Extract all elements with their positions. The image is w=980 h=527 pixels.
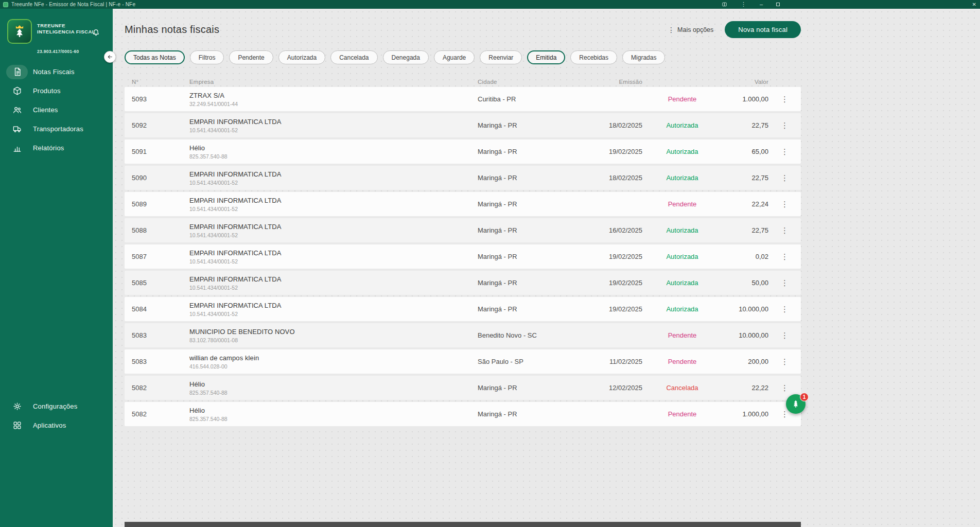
table-row[interactable]: 5093ZTRAX S/A32.249.541/0001-44Curitiba … — [125, 87, 801, 111]
filter-chip-filtros[interactable]: Filtros — [190, 50, 224, 64]
row-menu-button[interactable]: ⋮ — [777, 94, 793, 104]
package-icon — [6, 84, 28, 98]
invoice-value: 65,00 — [722, 148, 768, 155]
row-menu-button[interactable]: ⋮ — [777, 383, 793, 393]
table-row[interactable]: 5082Hélio825.357.540-88Maringá - PRPende… — [125, 402, 801, 426]
invoice-status: Autorizada — [642, 279, 722, 287]
row-menu-button[interactable]: ⋮ — [777, 357, 793, 366]
invoice-status: Autorizada — [642, 305, 722, 313]
filter-chip-cancelada[interactable]: Cancelada — [330, 50, 377, 64]
table-row[interactable]: 5085EMPARI INFORMATICA LTDA10.541.434/00… — [125, 271, 801, 295]
table-row[interactable]: 5089EMPARI INFORMATICA LTDA10.541.434/00… — [125, 192, 801, 216]
row-actions-cell: ⋮ — [768, 278, 801, 288]
row-menu-button[interactable]: ⋮ — [777, 304, 793, 314]
invoice-status: Autorizada — [642, 253, 722, 260]
invoice-number: 5083 — [125, 331, 189, 339]
table-row[interactable]: 5088EMPARI INFORMATICA LTDA10.541.434/00… — [125, 218, 801, 242]
row-actions-cell: ⋮ — [768, 199, 801, 209]
invoice-number: 5093 — [125, 95, 189, 103]
filter-chip-denegada[interactable]: Denegada — [383, 50, 429, 64]
company-cell: Hélio825.357.540-88 — [189, 144, 478, 160]
invoice-number: 5092 — [125, 121, 189, 129]
table-row[interactable]: 5090EMPARI INFORMATICA LTDA10.541.434/00… — [125, 166, 801, 190]
minimize-button[interactable]: – — [760, 2, 763, 7]
row-menu-button[interactable]: ⋮ — [777, 225, 793, 235]
row-menu-button[interactable]: ⋮ — [777, 199, 793, 209]
table-row[interactable]: 5083MUNICIPIO DE BENEDITO NOVO83.102.780… — [125, 323, 801, 347]
more-options-button[interactable]: ⋮ Mais opções — [668, 26, 713, 34]
sidebar-collapse-button[interactable] — [104, 51, 116, 63]
filter-chip-aguarde[interactable]: Aguarde — [434, 50, 475, 64]
sidebar-footer-nav: ConfiguraçõesAplicativos — [0, 397, 113, 435]
company-document: 10.541.434/0001-52 — [189, 285, 478, 291]
table-row[interactable]: 5083willian de campos klein416.544.028-0… — [125, 349, 801, 374]
chat-unread-badge: 1 — [800, 393, 809, 401]
invoice-value: 10.000,00 — [722, 305, 768, 313]
row-menu-button[interactable]: ⋮ — [777, 330, 793, 340]
apps-icon — [6, 418, 28, 433]
column-header-actions — [768, 79, 801, 85]
sidebar-item-label: Notas Fiscais — [33, 68, 75, 76]
invoice-number: 5091 — [125, 148, 189, 155]
invoice-city: Maringá - PR — [478, 226, 593, 234]
bottom-bar — [125, 522, 801, 527]
treeunfe-logo — [7, 19, 32, 44]
company-name: MUNICIPIO DE BENEDITO NOVO — [189, 328, 478, 336]
filter-chip-pendente[interactable]: Pendente — [229, 50, 273, 64]
invoice-value: 22,75 — [722, 226, 768, 234]
new-invoice-button[interactable]: Nova nota fiscal — [725, 21, 801, 38]
table-header: N° Empresa Cidade Emissão Valor — [125, 79, 801, 85]
table-row[interactable]: 5082Hélio825.357.540-88Maringá - PR12/02… — [125, 376, 801, 400]
row-menu-button[interactable]: ⋮ — [777, 147, 793, 156]
filter-chip-emitida[interactable]: Emitida — [527, 50, 565, 64]
invoice-emission-date: 16/02/2025 — [593, 226, 642, 234]
company-document: 10.541.434/0001-52 — [189, 311, 478, 317]
invoice-value: 200,00 — [722, 358, 768, 365]
invoice-status: Pendente — [642, 410, 722, 418]
close-button[interactable]: ✕ — [972, 0, 976, 9]
filter-chip-bar: Todas as NotasFiltrosPendenteAutorizadaC… — [125, 50, 801, 64]
column-header-number: N° — [125, 79, 189, 85]
company-cell: EMPARI INFORMATICA LTDA10.541.434/0001-5… — [189, 197, 478, 212]
row-actions-cell: ⋮ — [768, 330, 801, 340]
sidebar-item-configuracoes[interactable]: Configurações — [0, 397, 113, 416]
titlebar-menu-icon[interactable]: ⋮ — [741, 2, 746, 7]
sidebar-item-relatorios[interactable]: Relatórios — [0, 138, 113, 157]
invoice-city: Benedito Novo - SC — [478, 331, 593, 339]
sidebar-item-transportadoras[interactable]: Transportadoras — [0, 119, 113, 138]
sidebar-item-produtos[interactable]: Produtos — [0, 81, 113, 100]
row-menu-button[interactable]: ⋮ — [777, 278, 793, 288]
filter-chip-autorizada[interactable]: Autorizada — [278, 50, 325, 64]
row-menu-button[interactable]: ⋮ — [777, 252, 793, 261]
filter-chip-reenviar[interactable]: Reenviar — [480, 50, 522, 64]
page-header: Minhas notas fiscais ⋮ Mais opções Nova … — [125, 21, 801, 38]
chat-fab-button[interactable]: 1 — [786, 394, 806, 414]
split-view-icon[interactable] — [722, 2, 727, 7]
filter-chip-todas-as-notas[interactable]: Todas as Notas — [125, 50, 185, 64]
notifications-bell-icon[interactable] — [92, 28, 100, 39]
sidebar-item-notas-fiscais[interactable]: Notas Fiscais — [0, 62, 113, 81]
content-panel: Minhas notas fiscais ⋮ Mais opções Nova … — [125, 9, 801, 428]
invoice-city: Maringá - PR — [478, 253, 593, 260]
main-area: Minhas notas fiscais ⋮ Mais opções Nova … — [113, 9, 980, 527]
sidebar-item-clientes[interactable]: Clientes — [0, 100, 113, 119]
company-name: Hélio — [189, 380, 478, 388]
table-row[interactable]: 5084EMPARI INFORMATICA LTDA10.541.434/00… — [125, 297, 801, 321]
maximize-button[interactable] — [776, 3, 780, 6]
table-row[interactable]: 5087EMPARI INFORMATICA LTDA10.541.434/00… — [125, 244, 801, 269]
invoice-status: Autorizada — [642, 174, 722, 182]
row-menu-button[interactable]: ⋮ — [777, 120, 793, 130]
sidebar-item-label: Configurações — [33, 402, 77, 410]
invoice-city: Maringá - PR — [478, 121, 593, 129]
company-cell: Hélio825.357.540-88 — [189, 380, 478, 396]
filter-chip-recebidas[interactable]: Recebidas — [570, 50, 617, 64]
table-row[interactable]: 5091Hélio825.357.540-88Maringá - PR19/02… — [125, 139, 801, 164]
row-menu-button[interactable]: ⋮ — [777, 173, 793, 183]
sidebar-item-aplicativos[interactable]: Aplicativos — [0, 416, 113, 435]
invoice-status: Pendente — [642, 200, 722, 208]
invoice-value: 0,02 — [722, 253, 768, 260]
invoice-status: Pendente — [642, 331, 722, 339]
filter-chip-migradas[interactable]: Migradas — [622, 50, 665, 64]
table-row[interactable]: 5092EMPARI INFORMATICA LTDA10.541.434/00… — [125, 113, 801, 137]
invoice-emission-date: 11/02/2025 — [593, 358, 642, 365]
